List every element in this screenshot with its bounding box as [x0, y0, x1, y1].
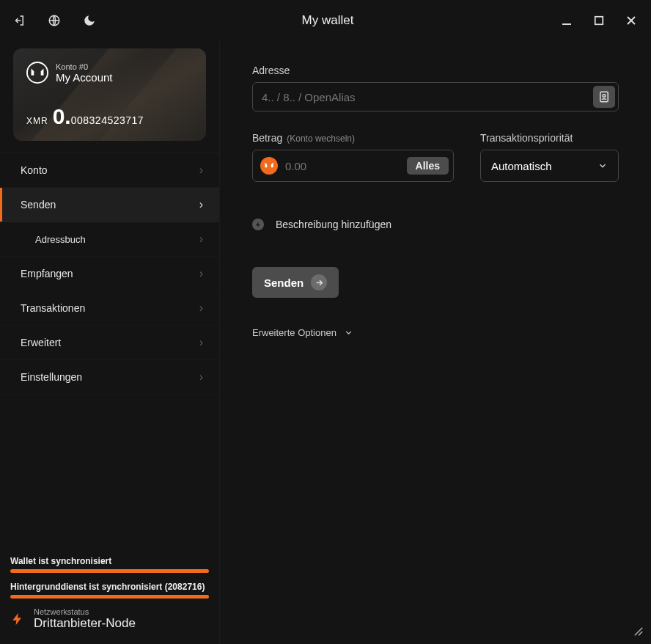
account-sub: Konto #0 [56, 62, 113, 71]
chevron-right-icon: › [199, 198, 203, 211]
wallet-sync-bar [10, 569, 209, 573]
wallet-sync-label: Wallet ist synchronisiert [10, 556, 209, 566]
account-head-text: Konto #0 My Account [56, 62, 113, 84]
add-description-label: Beschreibung hinzufügen [276, 219, 391, 230]
advanced-options-toggle[interactable]: Erweiterte Optionen [252, 327, 619, 338]
chevron-right-icon: › [199, 233, 203, 246]
daemon-sync-block: Hintergrunddienst ist synchronisiert (20… [10, 582, 209, 599]
priority-value: Automatisch [491, 160, 552, 172]
amount-input[interactable] [285, 160, 400, 172]
titlebar-left-icons [12, 13, 97, 28]
logout-icon[interactable] [12, 13, 26, 28]
nav-label: Adressbuch [35, 234, 86, 245]
window-controls [559, 12, 639, 29]
nav-label: Konto [21, 164, 48, 176]
balance-big: 0. [53, 104, 71, 128]
svg-rect-1 [562, 23, 571, 25]
resize-handle-icon[interactable] [633, 626, 644, 637]
amount-label-row: Betrag (Konto wechseln) [252, 132, 454, 144]
advanced-options-label: Erweiterte Optionen [252, 327, 336, 338]
svg-rect-2 [595, 17, 603, 25]
amount-hint[interactable]: (Konto wechseln) [287, 133, 355, 144]
address-input-wrap [252, 82, 619, 111]
sidebar-nav: Konto › Senden › Adressbuch › Empfangen … [0, 153, 219, 395]
nav-label: Transaktionen [21, 302, 85, 314]
address-book-button[interactable] [593, 86, 615, 108]
all-button[interactable]: Alles [407, 157, 449, 175]
address-label: Adresse [252, 65, 619, 76]
network-status[interactable]: Netzwerkstatus Drittanbieter-Node [10, 607, 209, 631]
chevron-right-icon: › [199, 301, 203, 315]
nav-item-transaktionen[interactable]: Transaktionen › [0, 291, 219, 326]
nav-item-einstellungen[interactable]: Einstellungen › [0, 360, 219, 395]
arrow-right-circle-icon [311, 274, 327, 290]
moon-icon[interactable] [82, 13, 97, 28]
account-card-wrap: Konto #0 My Account XMR 0.008324523717 [0, 41, 219, 144]
priority-select[interactable]: Automatisch [480, 150, 619, 182]
send-button[interactable]: Senden [252, 267, 339, 298]
chevron-down-icon [344, 328, 353, 337]
account-name: My Account [56, 71, 113, 84]
wallet-sync-block: Wallet ist synchronisiert [10, 556, 209, 573]
chevron-down-icon [597, 161, 608, 171]
nav-label: Empfangen [21, 268, 73, 279]
main-layout: Konto #0 My Account XMR 0.008324523717 K… [0, 41, 651, 644]
minimize-button[interactable] [559, 12, 575, 29]
balance-currency: XMR [26, 116, 48, 126]
chevron-right-icon: › [199, 164, 203, 177]
window-title: My wallet [97, 13, 559, 28]
address-input[interactable] [262, 91, 593, 103]
sidebar-bottom: Wallet ist synchronisiert Hintergrunddie… [0, 547, 219, 644]
globe-icon[interactable] [47, 13, 62, 28]
svg-point-5 [603, 95, 606, 98]
nav-item-adressbuch[interactable]: Adressbuch › [0, 222, 219, 257]
nav-label: Senden [21, 199, 56, 211]
add-description-button[interactable]: + Beschreibung hinzufügen [252, 219, 619, 230]
svg-point-3 [27, 62, 48, 83]
monero-logo-icon [26, 62, 48, 84]
close-button[interactable] [623, 12, 639, 29]
sidebar: Konto #0 My Account XMR 0.008324523717 K… [0, 41, 220, 644]
nav-label: Einstellungen [21, 371, 82, 383]
send-panel: Adresse Betrag (Konto wechseln) Alles [220, 41, 651, 644]
send-button-label: Senden [264, 277, 304, 289]
amount-input-wrap: Alles [252, 150, 454, 182]
chevron-right-icon: › [199, 336, 203, 349]
account-balance: XMR 0.008324523717 [26, 104, 193, 129]
nav-item-senden[interactable]: Senden › [0, 188, 219, 222]
daemon-sync-bar [10, 595, 209, 599]
bolt-icon [10, 609, 25, 629]
network-status-main: Drittanbieter-Node [34, 616, 136, 631]
amount-label: Betrag [252, 132, 282, 144]
daemon-sync-label: Hintergrunddienst ist synchronisiert (20… [10, 582, 209, 592]
nav-item-konto[interactable]: Konto › [0, 153, 219, 188]
priority-label: Transaktionspriorität [480, 132, 619, 144]
balance-small: 008324523717 [71, 114, 144, 126]
nav-label: Erweitert [21, 337, 61, 348]
network-status-sub: Netzwerkstatus [34, 607, 136, 616]
plus-circle-icon: + [252, 219, 264, 230]
maximize-button[interactable] [591, 12, 607, 29]
titlebar: My wallet [0, 0, 651, 41]
nav-item-empfangen[interactable]: Empfangen › [0, 257, 219, 291]
monero-coin-icon [260, 157, 278, 175]
nav-item-erweitert[interactable]: Erweitert › [0, 326, 219, 360]
chevron-right-icon: › [199, 370, 203, 384]
chevron-right-icon: › [199, 267, 203, 280]
account-card[interactable]: Konto #0 My Account XMR 0.008324523717 [13, 48, 206, 141]
